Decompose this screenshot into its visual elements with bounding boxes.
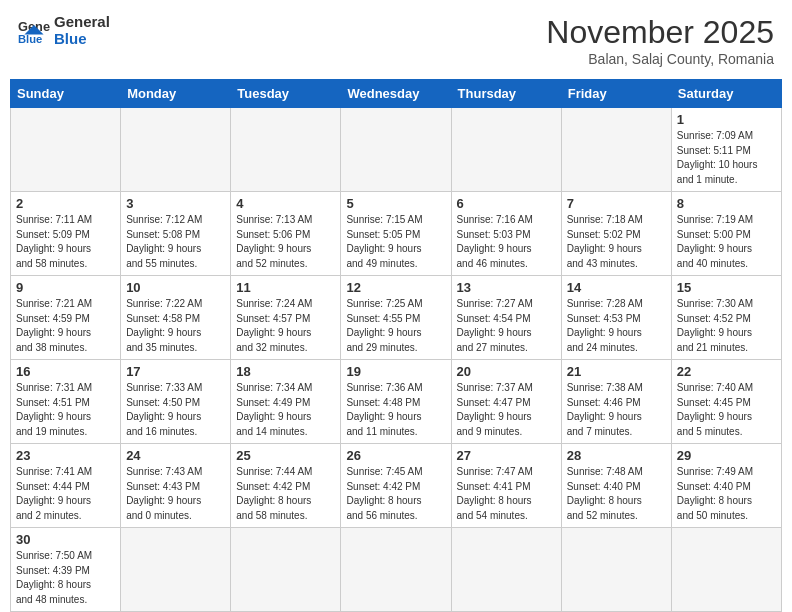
day-number: 2: [16, 196, 115, 211]
day-info: Sunrise: 7:34 AM Sunset: 4:49 PM Dayligh…: [236, 381, 335, 439]
day-info: Sunrise: 7:11 AM Sunset: 5:09 PM Dayligh…: [16, 213, 115, 271]
calendar-cell: 13Sunrise: 7:27 AM Sunset: 4:54 PM Dayli…: [451, 276, 561, 360]
calendar-week-row: 16Sunrise: 7:31 AM Sunset: 4:51 PM Dayli…: [11, 360, 782, 444]
calendar-week-row: 9Sunrise: 7:21 AM Sunset: 4:59 PM Daylig…: [11, 276, 782, 360]
calendar-cell: 27Sunrise: 7:47 AM Sunset: 4:41 PM Dayli…: [451, 444, 561, 528]
calendar-week-row: 2Sunrise: 7:11 AM Sunset: 5:09 PM Daylig…: [11, 192, 782, 276]
day-info: Sunrise: 7:48 AM Sunset: 4:40 PM Dayligh…: [567, 465, 666, 523]
day-number: 9: [16, 280, 115, 295]
calendar-cell: [11, 108, 121, 192]
calendar-cell: 19Sunrise: 7:36 AM Sunset: 4:48 PM Dayli…: [341, 360, 451, 444]
weekday-header-wednesday: Wednesday: [341, 80, 451, 108]
day-info: Sunrise: 7:19 AM Sunset: 5:00 PM Dayligh…: [677, 213, 776, 271]
day-number: 25: [236, 448, 335, 463]
day-number: 10: [126, 280, 225, 295]
day-info: Sunrise: 7:21 AM Sunset: 4:59 PM Dayligh…: [16, 297, 115, 355]
weekday-header-sunday: Sunday: [11, 80, 121, 108]
day-info: Sunrise: 7:18 AM Sunset: 5:02 PM Dayligh…: [567, 213, 666, 271]
day-number: 22: [677, 364, 776, 379]
calendar-cell: 3Sunrise: 7:12 AM Sunset: 5:08 PM Daylig…: [121, 192, 231, 276]
calendar-cell: 14Sunrise: 7:28 AM Sunset: 4:53 PM Dayli…: [561, 276, 671, 360]
calendar-week-row: 23Sunrise: 7:41 AM Sunset: 4:44 PM Dayli…: [11, 444, 782, 528]
calendar-cell: 26Sunrise: 7:45 AM Sunset: 4:42 PM Dayli…: [341, 444, 451, 528]
day-info: Sunrise: 7:38 AM Sunset: 4:46 PM Dayligh…: [567, 381, 666, 439]
day-number: 23: [16, 448, 115, 463]
day-number: 24: [126, 448, 225, 463]
day-number: 1: [677, 112, 776, 127]
day-info: Sunrise: 7:45 AM Sunset: 4:42 PM Dayligh…: [346, 465, 445, 523]
weekday-header-monday: Monday: [121, 80, 231, 108]
day-number: 27: [457, 448, 556, 463]
day-info: Sunrise: 7:24 AM Sunset: 4:57 PM Dayligh…: [236, 297, 335, 355]
calendar-cell: 20Sunrise: 7:37 AM Sunset: 4:47 PM Dayli…: [451, 360, 561, 444]
day-info: Sunrise: 7:41 AM Sunset: 4:44 PM Dayligh…: [16, 465, 115, 523]
calendar-cell: 18Sunrise: 7:34 AM Sunset: 4:49 PM Dayli…: [231, 360, 341, 444]
calendar-cell: 25Sunrise: 7:44 AM Sunset: 4:42 PM Dayli…: [231, 444, 341, 528]
day-number: 19: [346, 364, 445, 379]
svg-text:Blue: Blue: [18, 32, 42, 44]
day-number: 29: [677, 448, 776, 463]
day-info: Sunrise: 7:15 AM Sunset: 5:05 PM Dayligh…: [346, 213, 445, 271]
calendar-cell: [561, 108, 671, 192]
day-info: Sunrise: 7:28 AM Sunset: 4:53 PM Dayligh…: [567, 297, 666, 355]
calendar-table: SundayMondayTuesdayWednesdayThursdayFrid…: [10, 79, 782, 612]
calendar-cell: 28Sunrise: 7:48 AM Sunset: 4:40 PM Dayli…: [561, 444, 671, 528]
calendar-cell: [341, 108, 451, 192]
day-info: Sunrise: 7:13 AM Sunset: 5:06 PM Dayligh…: [236, 213, 335, 271]
day-info: Sunrise: 7:30 AM Sunset: 4:52 PM Dayligh…: [677, 297, 776, 355]
calendar-cell: 1Sunrise: 7:09 AM Sunset: 5:11 PM Daylig…: [671, 108, 781, 192]
month-title: November 2025: [546, 14, 774, 51]
day-number: 11: [236, 280, 335, 295]
day-number: 3: [126, 196, 225, 211]
day-number: 4: [236, 196, 335, 211]
calendar-cell: 17Sunrise: 7:33 AM Sunset: 4:50 PM Dayli…: [121, 360, 231, 444]
day-info: Sunrise: 7:40 AM Sunset: 4:45 PM Dayligh…: [677, 381, 776, 439]
calendar-cell: [231, 108, 341, 192]
day-info: Sunrise: 7:12 AM Sunset: 5:08 PM Dayligh…: [126, 213, 225, 271]
page-header: General Blue General Blue November 2025 …: [10, 10, 782, 71]
day-info: Sunrise: 7:43 AM Sunset: 4:43 PM Dayligh…: [126, 465, 225, 523]
weekday-header-thursday: Thursday: [451, 80, 561, 108]
calendar-cell: [341, 528, 451, 612]
day-info: Sunrise: 7:22 AM Sunset: 4:58 PM Dayligh…: [126, 297, 225, 355]
calendar-cell: 21Sunrise: 7:38 AM Sunset: 4:46 PM Dayli…: [561, 360, 671, 444]
day-info: Sunrise: 7:47 AM Sunset: 4:41 PM Dayligh…: [457, 465, 556, 523]
calendar-week-row: 1Sunrise: 7:09 AM Sunset: 5:11 PM Daylig…: [11, 108, 782, 192]
day-number: 7: [567, 196, 666, 211]
calendar-week-row: 30Sunrise: 7:50 AM Sunset: 4:39 PM Dayli…: [11, 528, 782, 612]
day-number: 15: [677, 280, 776, 295]
day-number: 21: [567, 364, 666, 379]
day-info: Sunrise: 7:27 AM Sunset: 4:54 PM Dayligh…: [457, 297, 556, 355]
day-number: 13: [457, 280, 556, 295]
day-number: 8: [677, 196, 776, 211]
day-number: 14: [567, 280, 666, 295]
day-number: 18: [236, 364, 335, 379]
logo: General Blue General Blue: [18, 14, 110, 47]
day-number: 26: [346, 448, 445, 463]
day-info: Sunrise: 7:25 AM Sunset: 4:55 PM Dayligh…: [346, 297, 445, 355]
day-number: 30: [16, 532, 115, 547]
day-info: Sunrise: 7:37 AM Sunset: 4:47 PM Dayligh…: [457, 381, 556, 439]
calendar-cell: 30Sunrise: 7:50 AM Sunset: 4:39 PM Dayli…: [11, 528, 121, 612]
calendar-cell: 9Sunrise: 7:21 AM Sunset: 4:59 PM Daylig…: [11, 276, 121, 360]
day-info: Sunrise: 7:50 AM Sunset: 4:39 PM Dayligh…: [16, 549, 115, 607]
day-info: Sunrise: 7:31 AM Sunset: 4:51 PM Dayligh…: [16, 381, 115, 439]
day-info: Sunrise: 7:44 AM Sunset: 4:42 PM Dayligh…: [236, 465, 335, 523]
calendar-cell: [121, 528, 231, 612]
day-number: 16: [16, 364, 115, 379]
calendar-cell: 23Sunrise: 7:41 AM Sunset: 4:44 PM Dayli…: [11, 444, 121, 528]
weekday-header-friday: Friday: [561, 80, 671, 108]
calendar-cell: 6Sunrise: 7:16 AM Sunset: 5:03 PM Daylig…: [451, 192, 561, 276]
calendar-cell: 15Sunrise: 7:30 AM Sunset: 4:52 PM Dayli…: [671, 276, 781, 360]
day-info: Sunrise: 7:16 AM Sunset: 5:03 PM Dayligh…: [457, 213, 556, 271]
calendar-cell: 8Sunrise: 7:19 AM Sunset: 5:00 PM Daylig…: [671, 192, 781, 276]
title-area: November 2025 Balan, Salaj County, Roman…: [546, 14, 774, 67]
calendar-cell: [231, 528, 341, 612]
logo-general-text: General: [54, 14, 110, 31]
day-info: Sunrise: 7:09 AM Sunset: 5:11 PM Dayligh…: [677, 129, 776, 187]
calendar-cell: 10Sunrise: 7:22 AM Sunset: 4:58 PM Dayli…: [121, 276, 231, 360]
calendar-cell: 24Sunrise: 7:43 AM Sunset: 4:43 PM Dayli…: [121, 444, 231, 528]
logo-icon: General Blue: [18, 17, 50, 45]
calendar-cell: 7Sunrise: 7:18 AM Sunset: 5:02 PM Daylig…: [561, 192, 671, 276]
calendar-cell: [451, 528, 561, 612]
